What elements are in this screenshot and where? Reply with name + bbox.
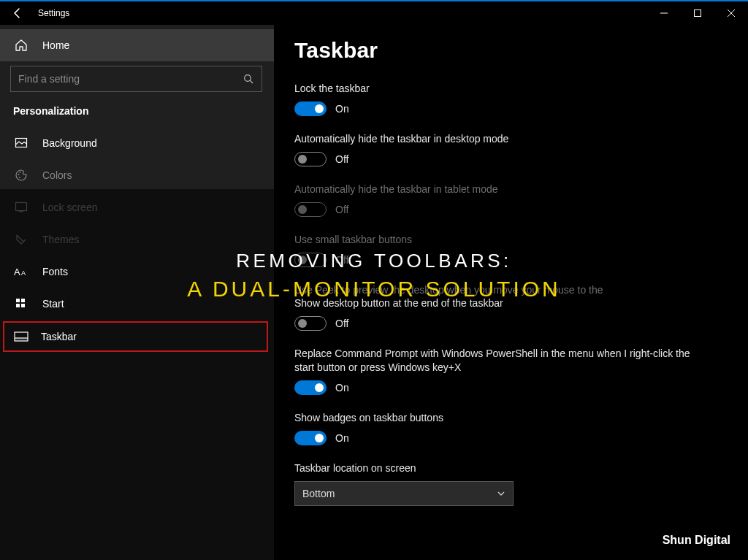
background-icon [13, 135, 29, 151]
sidebar-item-label: Lock screen [42, 202, 97, 213]
taskbar-icon [13, 329, 29, 345]
toggle-state: Off [335, 318, 348, 329]
sidebar-item-label: Taskbar [41, 331, 77, 342]
sidebar-item-taskbar[interactable]: Taskbar [3, 321, 268, 352]
svg-rect-6 [16, 203, 27, 211]
content-panel: Taskbar Lock the taskbar On Automaticall… [274, 25, 748, 560]
svg-rect-0 [695, 10, 701, 17]
svg-rect-12 [16, 304, 20, 307]
fonts-icon: AA [13, 264, 29, 280]
dropdown-value: Bottom [302, 488, 335, 499]
setting-label: Taskbar location on screen [294, 461, 703, 475]
setting-label: Automatically hide the taskbar in tablet… [294, 183, 703, 196]
home-icon [13, 37, 29, 53]
setting-label: Automatically hide the taskbar in deskto… [294, 132, 703, 146]
toggle-badges[interactable] [294, 431, 327, 445]
chevron-down-icon [497, 489, 505, 498]
svg-rect-13 [21, 304, 25, 307]
toggle-state: Off [335, 204, 348, 215]
sidebar-item-colors[interactable]: Colors [0, 159, 274, 191]
search-placeholder: Find a setting [18, 73, 243, 85]
toggle-autohide-tablet[interactable] [294, 202, 327, 217]
maximize-button[interactable] [681, 1, 714, 25]
arrow-left-icon [12, 7, 23, 19]
setting-label: Show badges on taskbar buttons [294, 411, 703, 425]
sidebar-item-label: Start [42, 298, 64, 310]
sidebar-item-label: Themes [42, 234, 80, 245]
svg-rect-11 [21, 299, 25, 302]
back-button[interactable] [0, 1, 35, 25]
setting-peek: Use Peek to preview the desktop when you… [294, 283, 728, 331]
setting-small-buttons: Use small taskbar buttons Off [294, 233, 728, 267]
toggle-lock-taskbar[interactable] [294, 101, 327, 116]
watermark: Shun Digital [663, 534, 730, 547]
svg-rect-15 [15, 338, 28, 341]
sidebar-item-lockscreen[interactable]: Lock screen [0, 191, 274, 223]
toggle-state: Off [335, 254, 348, 266]
toggle-state: Off [335, 153, 348, 165]
app-body: Home Find a setting Personalization Back… [0, 25, 748, 560]
setting-badges: Show badges on taskbar buttons On [294, 411, 728, 445]
minimize-button[interactable] [647, 1, 681, 25]
svg-point-4 [20, 172, 21, 173]
setting-autohide-desktop: Automatically hide the taskbar in deskto… [294, 132, 728, 166]
maximize-icon [694, 9, 701, 17]
sidebar-item-label: Colors [42, 169, 72, 181]
toggle-state: On [335, 432, 349, 444]
search-input[interactable]: Find a setting [10, 66, 262, 92]
sidebar-item-start[interactable]: Start [0, 288, 274, 320]
setting-lock-taskbar: Lock the taskbar On [294, 82, 728, 116]
svg-text:A: A [21, 269, 26, 277]
svg-rect-10 [16, 299, 20, 302]
setting-powershell: Replace Command Prompt with Windows Powe… [294, 347, 728, 395]
sidebar-home-label: Home [42, 39, 69, 51]
sidebar: Home Find a setting Personalization Back… [0, 25, 274, 560]
sidebar-item-label: Fonts [42, 266, 68, 277]
lockscreen-icon [13, 199, 29, 215]
start-icon [13, 296, 29, 312]
sidebar-section-label: Personalization [0, 99, 274, 127]
page-title: Taskbar [294, 38, 728, 63]
toggle-state: On [335, 382, 349, 394]
svg-text:A: A [14, 266, 20, 277]
toggle-autohide-desktop[interactable] [294, 152, 327, 166]
dropdown-taskbar-location[interactable]: Bottom [294, 481, 514, 506]
colors-icon [13, 167, 29, 183]
setting-autohide-tablet: Automatically hide the taskbar in tablet… [294, 183, 728, 217]
setting-label-line2: Show desktop button at the end of the ta… [294, 296, 703, 310]
sidebar-item-themes[interactable]: Themes [0, 223, 274, 256]
close-button[interactable] [714, 1, 748, 25]
svg-point-3 [18, 174, 20, 175]
search-icon [243, 74, 254, 85]
close-icon [728, 9, 735, 17]
toggle-powershell[interactable] [294, 380, 327, 395]
sidebar-item-label: Background [42, 137, 97, 149]
setting-label: Replace Command Prompt with Windows Powe… [294, 347, 703, 375]
setting-label-line1: Use Peek to preview the desktop when you… [294, 283, 703, 297]
setting-label: Lock the taskbar [294, 82, 703, 96]
minimize-icon [660, 9, 668, 17]
window-controls [647, 1, 748, 25]
toggle-peek[interactable] [294, 316, 327, 331]
toggle-state: On [335, 103, 349, 115]
sidebar-home[interactable]: Home [0, 29, 274, 61]
toggle-small-buttons[interactable] [294, 253, 327, 267]
setting-taskbar-location: Taskbar location on screen Bottom [294, 461, 728, 506]
sidebar-item-background[interactable]: Background [0, 127, 274, 159]
setting-label: Use small taskbar buttons [294, 233, 703, 247]
search-wrap: Find a setting [0, 61, 274, 99]
sidebar-item-fonts[interactable]: AA Fonts [0, 256, 274, 288]
titlebar: Settings [0, 1, 748, 25]
svg-point-5 [19, 177, 20, 178]
settings-window: Settings Home Find a setting [0, 0, 748, 560]
svg-rect-7 [19, 211, 23, 212]
window-title: Settings [35, 8, 69, 18]
svg-point-1 [245, 74, 251, 81]
themes-icon [13, 231, 29, 248]
